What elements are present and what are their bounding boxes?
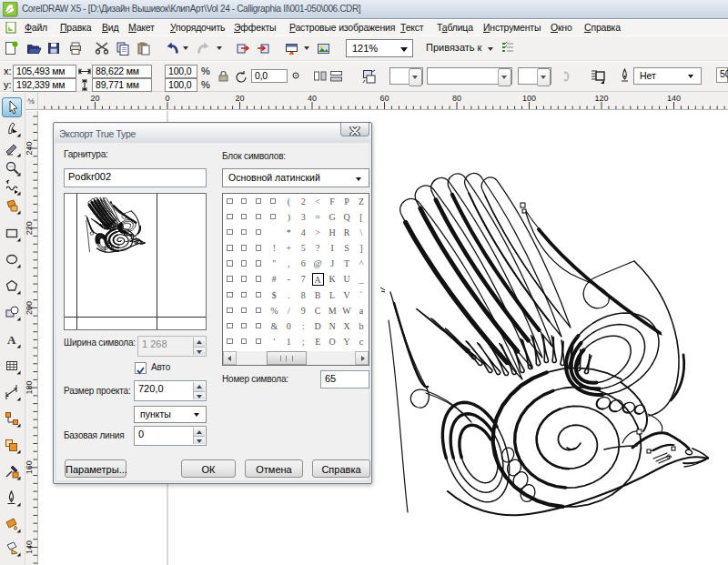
svg-text:⅍: ⅍ — [27, 97, 35, 106]
svg-text:60: 60 — [379, 94, 389, 103]
svg-text:80: 80 — [452, 94, 461, 103]
svg-text:20: 20 — [235, 94, 244, 103]
svg-text:180: 180 — [25, 381, 34, 395]
svg-text:140: 140 — [25, 540, 34, 554]
svg-text:200: 200 — [25, 301, 34, 315]
svg-text:160: 160 — [25, 460, 34, 474]
svg-text:220: 220 — [25, 221, 34, 235]
svg-text:100: 100 — [522, 94, 536, 103]
svg-text:140: 140 — [667, 94, 681, 103]
svg-text:20: 20 — [90, 94, 99, 103]
svg-text:0: 0 — [165, 94, 169, 103]
svg-text:40: 40 — [308, 94, 317, 103]
svg-text:A: A — [7, 333, 16, 347]
svg-text:240: 240 — [25, 141, 34, 155]
svg-text:120: 120 — [594, 94, 608, 103]
